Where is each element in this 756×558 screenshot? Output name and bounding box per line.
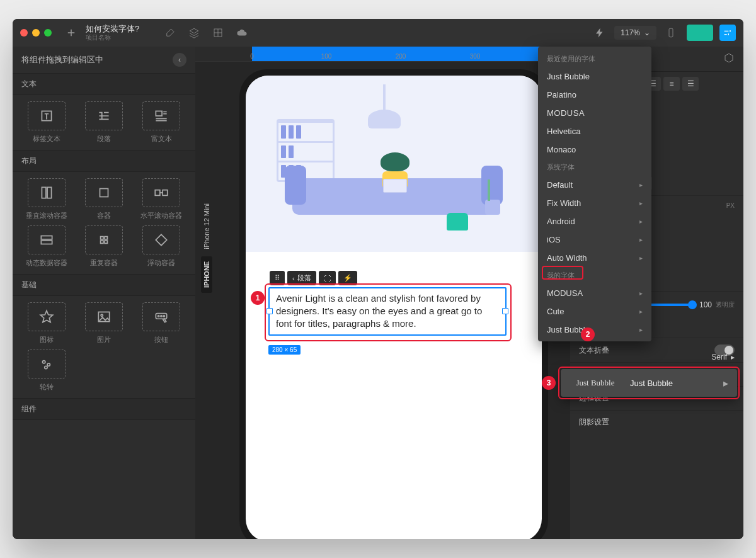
font-style-select[interactable]: Serif▸ [711, 353, 735, 362]
dimension-badge: 280 × 65 [268, 345, 301, 355]
components-panel: 将组件拖拽到编辑区中 ‹ 文本 标签文本 段落 富文本 布局 垂直滚动容器 容器… [13, 47, 195, 539]
comp-icon[interactable]: 图标 [20, 302, 72, 344]
comp-dynamic-list[interactable]: 动态数据容器 [20, 225, 72, 268]
comp-button[interactable]: 按钮 [135, 302, 188, 344]
font-item-my-justbubble[interactable]: Just Bubble▸ [538, 321, 651, 339]
comp-vscroll[interactable]: 垂直滚动容器 [20, 178, 72, 220]
drag-handle-icon[interactable]: ⠿ [270, 271, 285, 285]
add-button[interactable] [62, 23, 81, 42]
grid-icon[interactable] [209, 23, 227, 42]
svg-point-19 [161, 316, 162, 317]
svg-rect-5 [47, 187, 52, 198]
window-controls [20, 29, 52, 37]
collapse-panel-icon[interactable]: ‹ [173, 53, 186, 67]
titlebar: 如何安装字体? 项目名称 117%⌄ [13, 19, 743, 47]
chevron-right-icon: ▸ [714, 377, 737, 389]
comp-carousel[interactable]: 轮转 [20, 350, 72, 392]
svg-rect-6 [100, 189, 108, 197]
settings-icon[interactable] [719, 25, 736, 41]
wrap-label: 文本折叠 [579, 345, 609, 356]
comp-float[interactable]: 浮动容器 [135, 225, 188, 268]
selected-text-element[interactable]: Avenir Light is a clean and stylish font… [268, 287, 507, 336]
preview-button[interactable] [687, 25, 713, 41]
callout-1: 1 [251, 291, 265, 305]
chevron-right-icon: ▸ [639, 200, 643, 207]
font-item-monaco[interactable]: Monaco [538, 140, 651, 159]
font-item-android[interactable]: Android▸ [538, 212, 651, 231]
title-subtitle: 项目名称 [86, 34, 139, 41]
font-item-just-bubble[interactable]: Just Bubble [538, 67, 651, 86]
font-picker-popover: 最近使用的字体 Just Bubble Palatino Modusa Helv… [538, 47, 651, 341]
ruler-tick: 0 [250, 53, 254, 60]
comp-paragraph[interactable]: 段落 [77, 101, 130, 144]
brush-icon[interactable] [161, 23, 180, 42]
comp-rich-text[interactable]: 富文本 [135, 101, 188, 144]
align-center-icon[interactable]: ≡ [663, 77, 680, 91]
shadow-row[interactable]: 阴影设置 [570, 410, 743, 434]
close-icon[interactable] [20, 29, 28, 37]
ruler-tick: 200 [396, 53, 406, 60]
svg-rect-8 [163, 190, 168, 196]
opacity-value: 100 [699, 300, 712, 309]
device-screen[interactable]: ⠿ ‹ 段落 ⛶ ⚡ Avenir Light is a clean and s… [246, 76, 542, 539]
expand-icon[interactable]: ⛶ [319, 271, 336, 285]
device-name: iPhone 12 Mini [203, 203, 210, 249]
device-label[interactable]: IPHONE iPhone 12 Mini [203, 203, 210, 293]
minimize-icon[interactable] [32, 29, 40, 37]
chevron-right-icon: ▸ [639, 290, 643, 297]
maximize-icon[interactable] [44, 29, 52, 37]
svg-point-23 [44, 366, 47, 368]
font-item-ios[interactable]: iOS▸ [538, 231, 651, 249]
callout-2: 2 [581, 327, 595, 341]
font-item-helvetica[interactable]: Helvetica [538, 122, 651, 140]
svg-rect-10 [41, 241, 52, 244]
recent-fonts-header: 最近使用的字体 [538, 50, 651, 67]
project-title[interactable]: 如何安装字体? 项目名称 [86, 25, 139, 40]
canvas-area[interactable]: 0 100 200 300 400 IPHONE iPhone 12 Mini [195, 47, 570, 539]
svg-rect-1 [669, 28, 673, 37]
selection-toolbar: ⠿ ‹ 段落 ⛶ ⚡ [270, 271, 357, 285]
layers-icon[interactable] [185, 23, 203, 42]
comp-image[interactable]: 图片 [77, 302, 130, 344]
chevron-right-icon: ▸ [731, 353, 735, 362]
svg-rect-3 [156, 111, 163, 116]
svg-point-22 [47, 363, 50, 366]
app-window: 如何安装字体? 项目名称 117%⌄ 将组件拖拽到编辑区中 ‹ 文本 标签文本 … [13, 19, 743, 539]
svg-rect-14 [105, 241, 107, 243]
svg-rect-11 [101, 237, 103, 239]
font-item-modusa[interactable]: Modusa [538, 104, 651, 122]
bolt-icon[interactable] [590, 23, 609, 42]
svg-rect-7 [156, 190, 161, 196]
svg-rect-9 [41, 236, 52, 239]
section-text: 文本 [13, 73, 195, 95]
svg-point-18 [158, 316, 159, 317]
ruler-horizontal: 0 100 200 300 400 [195, 47, 570, 62]
my-fonts-header: 我的字体 [538, 267, 651, 284]
ruler-tick: 100 [321, 53, 332, 60]
device-icon[interactable] [662, 23, 680, 42]
breadcrumb-back[interactable]: ‹ 段落 [287, 271, 316, 285]
tab-3d-icon[interactable] [723, 52, 735, 65]
ruler-tick: 300 [470, 53, 481, 60]
action-bolt-icon[interactable]: ⚡ [338, 271, 357, 285]
font-preview: Just Bubble [561, 378, 630, 388]
device-badge: IPHONE [201, 256, 212, 293]
comp-repeater[interactable]: 重复容器 [77, 225, 130, 268]
font-item-my-modusa[interactable]: MODUSA▸ [538, 284, 651, 302]
comp-hscroll[interactable]: 水平滚动容器 [135, 178, 188, 220]
align-right-icon[interactable]: ☰ [682, 77, 699, 91]
section-layout: 布局 [13, 150, 195, 172]
font-item-my-cute[interactable]: Cute▸ [538, 302, 651, 321]
font-item-fixwidth[interactable]: Fix Width▸ [538, 194, 651, 212]
font-item-autowidth[interactable]: Auto Width▸ [538, 249, 651, 267]
cloud-icon[interactable] [232, 23, 251, 42]
panel-hint: 将组件拖拽到编辑区中 [21, 54, 103, 65]
chevron-right-icon: ▸ [639, 236, 643, 243]
font-item-palatino[interactable]: Palatino [538, 86, 651, 104]
comp-label-text[interactable]: 标签文本 [20, 101, 72, 144]
font-item-default[interactable]: Default▸ [538, 176, 651, 194]
chevron-down-icon: ⌄ [644, 28, 650, 37]
zoom-select[interactable]: 117%⌄ [614, 26, 656, 40]
font-submenu-selected[interactable]: Just Bubble Just Bubble ▸ [561, 369, 737, 397]
comp-container[interactable]: 容器 [77, 178, 130, 220]
